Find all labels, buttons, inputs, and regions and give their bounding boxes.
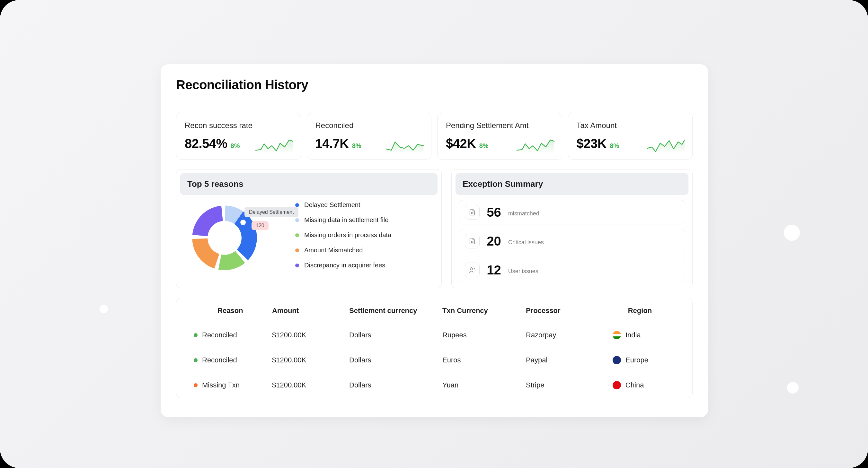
legend-label: Discrepancy in acquirer fees <box>304 262 385 269</box>
cell-region: China <box>625 381 644 389</box>
metric-tax[interactable]: Tax Amount $23K 8% <box>568 113 693 160</box>
cell-settle: Dollars <box>349 331 442 339</box>
sparkline-icon <box>647 137 685 154</box>
metric-reconciled[interactable]: Reconciled 14.7K 8% <box>307 113 432 160</box>
flag-china-icon <box>613 381 621 389</box>
cell-amount: $1200.00K <box>272 356 349 364</box>
legend-item[interactable]: Amount Mismatched <box>295 246 391 254</box>
exception-label: Critical issues <box>508 239 544 246</box>
legend-label: Missing orders in process data <box>304 231 391 239</box>
cell-txn: Rupees <box>442 331 526 339</box>
cell-processor: Paypal <box>526 356 600 364</box>
exception-count: 56 <box>487 205 501 220</box>
exception-title: Exception Summary <box>456 173 688 195</box>
th-reason: Reason <box>189 306 272 315</box>
cell-amount: $1200.00K <box>272 331 349 339</box>
reconciliation-card: Reconciliation History Recon success rat… <box>161 64 708 417</box>
exception-label: User issues <box>508 268 538 275</box>
th-processor: Processor <box>526 306 600 315</box>
cell-reason: Reconciled <box>202 331 237 339</box>
exception-count: 20 <box>487 234 501 248</box>
svg-point-5 <box>240 219 247 226</box>
metric-label: Reconciled <box>315 121 423 130</box>
cell-reason: Missing Txn <box>202 381 240 389</box>
legend-label: Amount Mismatched <box>304 246 363 254</box>
metric-pending[interactable]: Pending Settlement Amt $42K 8% <box>437 113 562 160</box>
table-header: Reason Amount Settlement currency Txn Cu… <box>189 306 680 323</box>
status-dot-icon <box>194 333 197 337</box>
sparkline-icon <box>516 137 555 154</box>
status-dot-icon <box>194 358 197 362</box>
metric-delta: 8% <box>231 142 240 149</box>
top5-panel: Top 5 reasons <box>176 169 442 288</box>
page-title: Reconciliation History <box>176 78 692 92</box>
metric-value: 14.7K <box>315 136 349 151</box>
svg-point-6 <box>471 212 473 214</box>
status-dot-icon <box>194 383 197 387</box>
cell-settle: Dollars <box>349 356 442 364</box>
legend-label: Delayed Settlement <box>304 201 361 209</box>
svg-point-8 <box>470 268 472 270</box>
donut-tooltip-label: Delayed Settlement <box>245 207 299 217</box>
cell-txn: Euros <box>442 356 526 364</box>
cell-txn: Yuan <box>442 381 526 389</box>
metric-value: 82.54% <box>185 136 227 151</box>
cell-processor: Razorpay <box>526 331 600 339</box>
document-icon <box>465 234 479 248</box>
exception-panel: Exception Summary 56 mismatched 20 Criti… <box>451 169 692 288</box>
flag-europe-icon <box>613 356 621 364</box>
metrics-row: Recon success rate 82.54% 8% Reconciled … <box>176 113 692 160</box>
legend-item[interactable]: Missing data in settlement file <box>295 216 391 224</box>
recon-table: Reason Amount Settlement currency Txn Cu… <box>176 298 692 398</box>
table-row[interactable]: Reconciled $1200.00K Dollars Euros Paypa… <box>189 347 680 373</box>
exception-user[interactable]: 12 User issues <box>459 258 685 282</box>
cell-amount: $1200.00K <box>272 381 349 389</box>
th-amount: Amount <box>272 306 349 315</box>
cell-region: Europe <box>625 356 648 364</box>
table-row[interactable]: Reconciled $1200.00K Dollars Rupees Razo… <box>189 323 680 347</box>
cell-processor: Stripe <box>526 381 600 389</box>
metric-delta: 8% <box>610 142 619 149</box>
legend-item[interactable]: Discrepancy in acquirer fees <box>295 262 391 269</box>
user-icon <box>465 263 479 277</box>
exception-label: mismatched <box>508 210 539 217</box>
cell-settle: Dollars <box>349 381 442 389</box>
top5-title: Top 5 reasons <box>180 173 437 195</box>
th-txn-currency: Txn Currency <box>442 306 526 315</box>
sparkline-icon <box>385 137 424 154</box>
metric-label: Recon success rate <box>185 121 292 130</box>
th-settlement-currency: Settlement currency <box>349 306 442 315</box>
exception-count: 12 <box>487 263 501 277</box>
legend-item[interactable]: Delayed Settlement <box>295 201 391 209</box>
flag-india-icon <box>613 331 621 339</box>
legend-label: Missing data in settlement file <box>304 216 389 224</box>
metric-delta: 8% <box>479 142 489 149</box>
table-row[interactable]: Missing Txn $1200.00K Dollars Yuan Strip… <box>189 373 680 398</box>
sparkline-icon <box>255 137 293 154</box>
metric-recon-success[interactable]: Recon success rate 82.54% 8% <box>176 113 301 160</box>
cell-region: India <box>625 331 641 339</box>
document-icon <box>465 205 479 220</box>
metric-label: Tax Amount <box>577 121 684 130</box>
metric-delta: 8% <box>352 142 362 149</box>
metric-value: $42K <box>446 136 476 151</box>
donut-legend: Delayed Settlement Missing data in settl… <box>295 199 391 276</box>
cell-reason: Reconciled <box>202 356 237 364</box>
metric-value: $23K <box>577 136 607 151</box>
exception-mismatched[interactable]: 56 mismatched <box>459 200 685 224</box>
svg-point-7 <box>471 241 473 243</box>
donut-tooltip-value: 120 <box>251 221 269 230</box>
legend-item[interactable]: Missing orders in process data <box>295 231 391 239</box>
metric-label: Pending Settlement Amt <box>446 121 554 130</box>
exception-critical[interactable]: 20 Critical issues <box>459 229 685 253</box>
th-region: Region <box>600 306 680 315</box>
